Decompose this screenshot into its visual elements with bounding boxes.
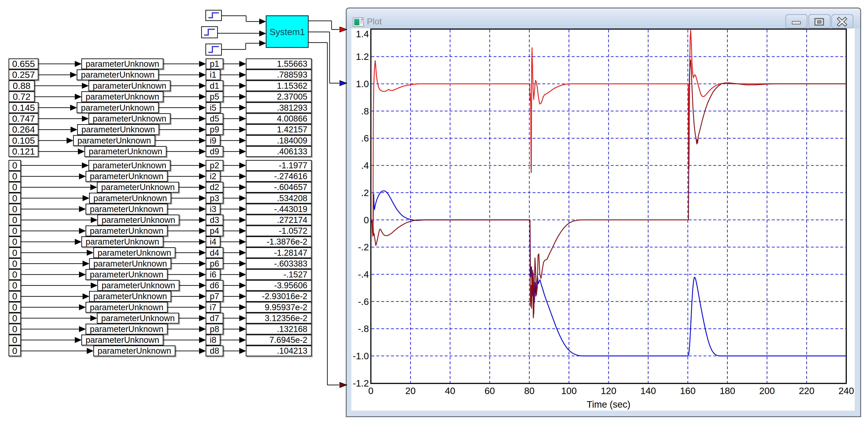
- svg-text:1.15362: 1.15362: [277, 81, 307, 91]
- svg-text:parameterUnknown: parameterUnknown: [98, 248, 171, 257]
- svg-text:i5: i5: [210, 103, 216, 112]
- svg-text:d4: d4: [210, 248, 219, 257]
- svg-text:parameterUnknown: parameterUnknown: [86, 59, 159, 68]
- svg-text:parameterUnknown: parameterUnknown: [93, 114, 166, 123]
- svg-text:Plot: Plot: [367, 17, 382, 26]
- svg-text:0: 0: [12, 302, 17, 313]
- svg-text:parameterUnknown: parameterUnknown: [81, 103, 155, 112]
- svg-text:parameterUnknown: parameterUnknown: [86, 335, 159, 345]
- svg-text:d6: d6: [210, 281, 219, 290]
- svg-text:parameterUnknown: parameterUnknown: [98, 346, 171, 356]
- svg-text:0: 0: [12, 160, 17, 170]
- svg-text:Time (sec): Time (sec): [587, 399, 630, 410]
- svg-text:d2: d2: [210, 183, 219, 192]
- svg-text:-2.93016e-2: -2.93016e-2: [262, 292, 307, 301]
- svg-text:parameterUnknown: parameterUnknown: [81, 70, 155, 79]
- svg-text:d8: d8: [210, 346, 219, 356]
- svg-text:0: 0: [368, 386, 373, 396]
- svg-text:-.2: -.2: [358, 242, 369, 252]
- svg-text:2.37005: 2.37005: [277, 92, 307, 101]
- svg-text:-1.3876e-2: -1.3876e-2: [267, 237, 307, 247]
- svg-text:.6: .6: [361, 133, 369, 143]
- svg-text:0.72: 0.72: [13, 92, 31, 102]
- svg-text:0: 0: [12, 182, 17, 192]
- svg-text:1.4: 1.4: [356, 29, 369, 39]
- svg-text:0: 0: [12, 335, 17, 345]
- svg-text:200: 200: [759, 386, 775, 396]
- svg-text:d9: d9: [210, 147, 219, 156]
- svg-text:p7: p7: [210, 292, 219, 301]
- svg-text:0.88: 0.88: [13, 81, 31, 91]
- svg-text:1.55663: 1.55663: [277, 59, 307, 68]
- svg-text:0: 0: [12, 280, 17, 291]
- svg-text:0: 0: [12, 259, 17, 269]
- svg-text:parameterUnknown: parameterUnknown: [90, 324, 163, 334]
- svg-text:7.6945e-2: 7.6945e-2: [270, 335, 307, 345]
- svg-text:3.12356e-2: 3.12356e-2: [265, 314, 307, 323]
- svg-text:.272174: .272174: [277, 215, 307, 225]
- svg-text:.534208: .534208: [277, 194, 307, 203]
- svg-text:d7: d7: [210, 314, 219, 323]
- svg-text:-.443019: -.443019: [274, 204, 307, 214]
- svg-text:100: 100: [561, 386, 577, 396]
- svg-text:0.105: 0.105: [12, 135, 35, 146]
- svg-text:p2: p2: [210, 161, 219, 170]
- svg-text:parameterUnknown: parameterUnknown: [90, 303, 163, 312]
- svg-text:d3: d3: [210, 215, 219, 225]
- svg-text:parameterUnknown: parameterUnknown: [82, 125, 155, 134]
- svg-text:1.42157: 1.42157: [277, 125, 307, 134]
- svg-text:.184009: .184009: [277, 136, 307, 145]
- svg-text:i8: i8: [210, 335, 216, 345]
- svg-text:p9: p9: [210, 125, 219, 134]
- svg-text:-.1527: -.1527: [283, 270, 307, 279]
- svg-text:0: 0: [12, 346, 17, 356]
- svg-text:.4: .4: [361, 160, 369, 171]
- svg-text:-1.0572: -1.0572: [279, 226, 307, 235]
- svg-text:i3: i3: [210, 204, 216, 214]
- svg-text:240: 240: [838, 386, 854, 396]
- svg-text:0: 0: [12, 248, 17, 258]
- svg-text:parameterUnknown: parameterUnknown: [101, 314, 175, 323]
- svg-text:.104213: .104213: [277, 346, 307, 356]
- svg-text:-.274616: -.274616: [274, 172, 307, 181]
- svg-text:i7: i7: [210, 303, 216, 312]
- svg-text:1.2: 1.2: [356, 52, 369, 62]
- svg-text:i4: i4: [210, 237, 216, 247]
- svg-text:i2: i2: [210, 172, 216, 181]
- svg-text:0: 0: [12, 324, 17, 334]
- svg-text:-3.95606: -3.95606: [274, 281, 307, 290]
- svg-text:0: 0: [364, 215, 369, 225]
- svg-text:parameterUnknown: parameterUnknown: [102, 215, 175, 225]
- svg-text:p3: p3: [210, 194, 219, 203]
- svg-text:.132168: .132168: [277, 324, 307, 334]
- svg-text:d1: d1: [210, 81, 219, 91]
- svg-text:.8: .8: [361, 106, 369, 117]
- svg-text:parameterUnknown: parameterUnknown: [89, 147, 162, 156]
- svg-text:1.0: 1.0: [356, 79, 369, 89]
- svg-text:180: 180: [719, 386, 735, 396]
- svg-text:System1: System1: [270, 27, 305, 37]
- svg-text:140: 140: [640, 386, 656, 396]
- svg-text:parameterUnknown: parameterUnknown: [90, 172, 163, 181]
- svg-text:120: 120: [601, 386, 616, 396]
- svg-text:40: 40: [445, 386, 456, 396]
- svg-text:0: 0: [12, 269, 17, 280]
- svg-text:.406133: .406133: [277, 147, 307, 156]
- svg-text:.2: .2: [361, 188, 369, 198]
- svg-text:0: 0: [12, 204, 17, 214]
- svg-text:parameterUnknown: parameterUnknown: [78, 136, 151, 145]
- svg-text:0: 0: [12, 193, 17, 203]
- svg-text:d5: d5: [210, 114, 219, 123]
- svg-text:parameterUnknown: parameterUnknown: [86, 92, 159, 101]
- svg-text:parameterUnknown: parameterUnknown: [90, 204, 163, 214]
- svg-text:4.00866: 4.00866: [277, 114, 307, 123]
- svg-text:0.747: 0.747: [12, 113, 35, 124]
- svg-text:-1.1977: -1.1977: [279, 161, 307, 170]
- svg-text:60: 60: [485, 386, 495, 396]
- svg-text:p1: p1: [210, 59, 219, 68]
- svg-text:parameterUnknown: parameterUnknown: [90, 270, 163, 279]
- svg-text:0: 0: [12, 226, 17, 236]
- svg-text:i9: i9: [210, 136, 216, 145]
- svg-text:0: 0: [12, 215, 17, 225]
- svg-text:parameterUnknown: parameterUnknown: [93, 81, 166, 91]
